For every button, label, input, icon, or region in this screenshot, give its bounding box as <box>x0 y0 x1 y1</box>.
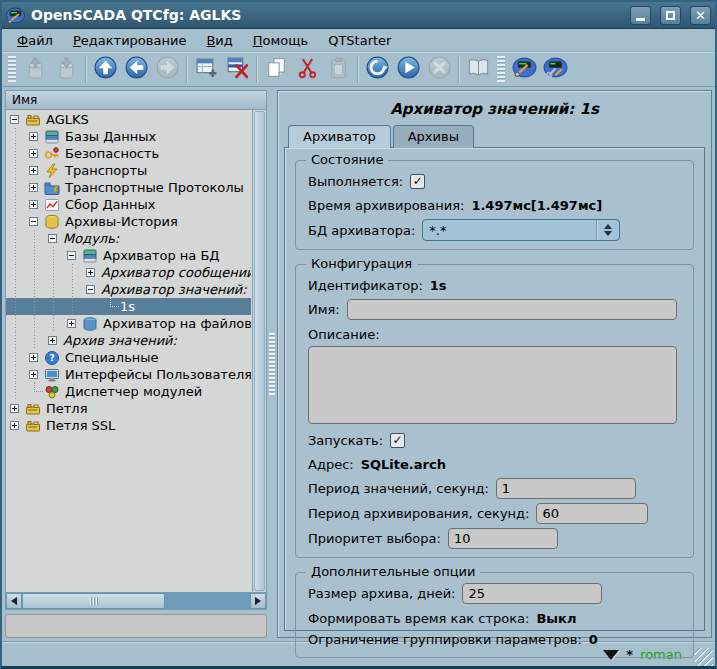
tree-item-label: Транспорты <box>65 163 147 178</box>
combo-spinner-icon[interactable] <box>597 224 619 236</box>
toolbar-handle[interactable] <box>8 56 16 82</box>
expand-icon[interactable] <box>10 404 19 413</box>
tree-guide <box>44 281 63 298</box>
collapse-icon[interactable] <box>67 251 76 260</box>
expand-icon[interactable] <box>67 319 76 328</box>
expand-icon[interactable] <box>29 353 38 362</box>
tree-item[interactable]: Интерфейсы Пользователя <box>6 366 251 383</box>
tree-item[interactable]: ?Специальные <box>6 349 251 366</box>
name-input[interactable] <box>347 299 677 320</box>
collapse-icon[interactable] <box>86 285 95 294</box>
collapse-icon[interactable] <box>48 234 57 243</box>
archiving-period-input[interactable] <box>536 503 648 524</box>
cut-icon <box>295 55 320 83</box>
description-textarea[interactable] <box>308 346 677 424</box>
item-del-button[interactable] <box>222 54 252 84</box>
panel-splitter[interactable] <box>267 90 277 638</box>
tree-item[interactable]: Транспорты <box>6 162 251 179</box>
toolbar-buttons <box>20 54 570 84</box>
scroll-left-button[interactable] <box>6 593 22 609</box>
scroll-right-button[interactable] <box>250 593 266 609</box>
tray-arrow-icon[interactable] <box>603 650 619 660</box>
expander-cell <box>6 400 25 417</box>
database-file-icon <box>82 316 100 332</box>
window-title: OpenSCADA QTCfg: AGLKS <box>31 7 621 23</box>
tree-item[interactable]: Петля <box>6 400 251 417</box>
menu-item-3[interactable]: Вид <box>197 31 241 50</box>
tree-item[interactable]: Архиватор сообщений: <box>6 264 251 281</box>
archiver-db-select[interactable]: *.* <box>422 219 620 241</box>
resize-grip[interactable] <box>695 648 713 666</box>
expand-icon[interactable] <box>29 200 38 209</box>
tree-item[interactable]: Архиватор значений: <box>6 281 251 298</box>
expand-icon[interactable] <box>10 421 19 430</box>
horizontal-scroll-thumb[interactable] <box>22 593 165 609</box>
tree-item[interactable]: Архивы-История <box>6 213 251 230</box>
back-button[interactable] <box>121 54 151 84</box>
expand-icon[interactable] <box>29 166 38 175</box>
qtstarter-cfg-button[interactable] <box>509 54 539 84</box>
item-add-button[interactable] <box>191 54 221 84</box>
copy-button[interactable] <box>261 54 291 84</box>
expand-icon[interactable] <box>29 183 38 192</box>
stop-button <box>424 54 454 84</box>
priority-input[interactable] <box>448 528 558 549</box>
tree-item[interactable]: Архиватор на БД <box>6 247 251 264</box>
toolbar-handle[interactable] <box>497 56 505 82</box>
expand-icon[interactable] <box>48 336 57 345</box>
vertical-scroll-thumb[interactable] <box>254 111 265 591</box>
archiving-period-label: Период архивирования, секунд: <box>308 506 529 521</box>
tree-item[interactable]: 1s <box>6 298 251 315</box>
minimize-button[interactable] <box>630 6 651 25</box>
manual-button[interactable] <box>463 54 493 84</box>
expand-icon[interactable] <box>29 132 38 141</box>
reload-button[interactable] <box>362 54 392 84</box>
tree-item[interactable]: Архиватор на файловую <box>6 315 251 332</box>
tree-header[interactable]: Имя <box>5 90 267 110</box>
archive-size-input[interactable] <box>462 583 602 604</box>
up-button[interactable] <box>90 54 120 84</box>
tree-vertical-scrollbar[interactable] <box>252 110 266 592</box>
running-checkbox[interactable] <box>410 174 425 189</box>
horizontal-scroll-groove[interactable] <box>165 593 250 609</box>
start-button[interactable] <box>393 54 423 84</box>
collapse-icon[interactable] <box>10 115 19 124</box>
tree-guide <box>6 264 25 281</box>
close-button[interactable]: ✕ <box>690 6 711 25</box>
expander-cell <box>25 145 44 162</box>
title-bar[interactable]: OpenSCADA QTCfg: AGLKS ✕ <box>2 2 715 29</box>
toolbar-separator <box>85 56 86 82</box>
tree-guide <box>6 145 25 162</box>
tree-item[interactable]: Транспортные Протоколы <box>6 179 251 196</box>
tab-archives[interactable]: Архивы <box>393 125 474 148</box>
expand-icon[interactable] <box>29 149 38 158</box>
menu-item-5[interactable]: QTStarter <box>319 31 400 50</box>
tab-archiver[interactable]: Архиватор <box>288 125 391 148</box>
tree-item[interactable]: Диспетчер модулей <box>6 383 251 400</box>
tree-item[interactable]: Сбор Данных <box>6 196 251 213</box>
tree-guide <box>63 281 82 298</box>
tree-item[interactable]: Модуль: <box>6 230 251 247</box>
tree-item[interactable]: Безопасность <box>6 145 251 162</box>
tree-item-label: Базы Данных <box>65 129 156 144</box>
expand-icon[interactable] <box>29 370 38 379</box>
collapse-icon[interactable] <box>29 217 38 226</box>
menu-item-4[interactable]: Помощь <box>244 31 317 50</box>
tree-guide <box>44 264 63 281</box>
tree-item[interactable]: Архив значений: <box>6 332 251 349</box>
tree-item[interactable]: Базы Данных <box>6 128 251 145</box>
tree-item[interactable]: Петля SSL <box>6 417 251 434</box>
value-period-input[interactable] <box>496 478 636 499</box>
qtstarter-tools-button[interactable] <box>540 54 570 84</box>
tree-item[interactable]: AGLKS <box>6 111 251 128</box>
expander-cell <box>6 417 25 434</box>
menu-item-1[interactable]: Файл <box>8 31 62 50</box>
station-icon <box>25 401 43 417</box>
maximize-button[interactable] <box>660 6 681 25</box>
right-arrow-icon <box>255 597 261 605</box>
run-checkbox[interactable] <box>390 433 405 448</box>
cut-button[interactable] <box>292 54 322 84</box>
menu-item-2[interactable]: Редактирование <box>64 31 195 50</box>
tree-horizontal-scrollbar[interactable] <box>5 593 267 610</box>
expand-icon[interactable] <box>86 268 95 277</box>
